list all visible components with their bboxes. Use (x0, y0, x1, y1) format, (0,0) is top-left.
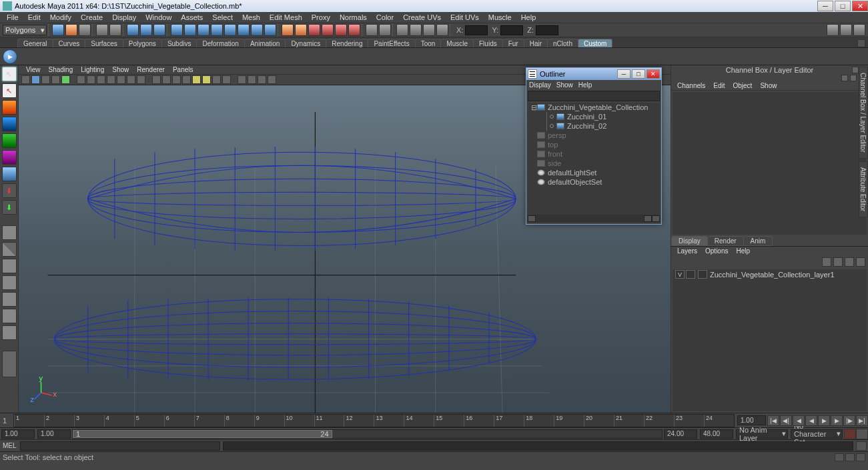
mask-joint-icon[interactable] (184, 24, 196, 36)
side-tab-channelbox[interactable]: Channel Box / Layer Editor (859, 67, 868, 159)
manip-tool-icon[interactable] (2, 167, 17, 181)
history-toggle-icon[interactable] (366, 24, 378, 36)
range-playback-start-input[interactable]: 1.00 (37, 429, 71, 439)
outliner-item[interactable]: ⊟Zucchini_Vegetable_Collection (528, 103, 660, 112)
mask-render-icon[interactable] (251, 24, 263, 36)
layout-persp-outliner-icon[interactable] (2, 259, 17, 273)
layer-display-type[interactable] (686, 270, 695, 279)
layer-new-icon[interactable] (822, 257, 831, 267)
minimize-button[interactable]: ─ (817, 1, 833, 11)
shelf-tab-general[interactable]: General (17, 39, 53, 47)
vp-image-plane-icon[interactable] (41, 75, 50, 84)
vp-shadows-icon[interactable] (192, 75, 201, 84)
layer-new-selected-icon[interactable] (833, 257, 843, 267)
anim-layer-dropdown[interactable]: No Anim Layer▾ (736, 429, 788, 439)
new-scene-icon[interactable] (52, 24, 64, 36)
menu-edit[interactable]: Edit (24, 13, 45, 22)
vp-shaded-icon[interactable] (162, 75, 171, 84)
shelf-tab-fur[interactable]: Fur (502, 39, 524, 47)
paint-select-tool-icon[interactable] (2, 100, 17, 115)
menu-assets[interactable]: Assets (177, 13, 207, 22)
range-start-input[interactable]: 1.00 (1, 429, 35, 439)
select-object-icon[interactable] (140, 24, 152, 36)
snap-curve-icon[interactable] (295, 24, 307, 36)
module-selector[interactable]: Polygons▾ (3, 25, 47, 35)
vp-grid-icon[interactable] (77, 75, 85, 84)
render-globals-icon[interactable] (436, 24, 448, 36)
menu-window[interactable]: Window (141, 13, 175, 22)
vp-menu-shading[interactable]: Shading (45, 66, 77, 73)
outliner-item[interactable]: Zucchini_01 (528, 112, 660, 121)
vp-high-quality-icon[interactable] (202, 75, 211, 84)
vp-select-cam-icon[interactable] (21, 75, 30, 84)
snap-live-icon[interactable] (335, 24, 347, 36)
outliner-item[interactable]: top (528, 140, 660, 149)
mask-curve-icon[interactable] (197, 24, 209, 36)
shelf-tab-toon[interactable]: Toon (415, 39, 442, 47)
help-icon-1[interactable] (835, 453, 844, 461)
layout-hyper-icon[interactable] (2, 292, 17, 307)
layout-icon-3[interactable] (853, 24, 865, 36)
outliner-item[interactable]: defaultObjectSet (528, 177, 660, 187)
side-tab-attribute[interactable]: Attribute Editor (859, 161, 868, 217)
menu-muscle[interactable]: Muscle (484, 13, 516, 22)
select-component-icon[interactable] (153, 24, 165, 36)
vp-menu-lighting[interactable]: Lighting (77, 66, 107, 73)
play-back-button[interactable]: ◀ (805, 415, 817, 426)
menu-mesh[interactable]: Mesh (238, 13, 264, 22)
open-scene-icon[interactable] (65, 24, 77, 36)
vp-depth-icon[interactable] (268, 75, 276, 84)
lasso-tool-icon[interactable]: ↖ (2, 83, 17, 98)
range-track[interactable]: 1 24 (72, 429, 663, 439)
step-back-button[interactable]: ◀ (793, 415, 805, 426)
layer-tab-anim[interactable]: Anim (743, 236, 773, 246)
mask-surface-icon[interactable] (211, 24, 223, 36)
outliner-item[interactable]: front (528, 149, 660, 159)
menu-create-uvs[interactable]: Create UVs (399, 13, 445, 22)
close-button[interactable]: ✕ (852, 1, 868, 11)
ipr-icon[interactable] (423, 24, 435, 36)
vp-2d-pan-icon[interactable] (51, 75, 60, 84)
cb-mode-icon-1[interactable] (841, 75, 848, 81)
shelf-tab-fluids[interactable]: Fluids (473, 39, 503, 47)
time-slider[interactable]: 1 12345678910111213141516171819202122232… (0, 413, 868, 427)
shelf-tab-dynamics[interactable]: Dynamics (285, 39, 326, 47)
cb-menu-object[interactable]: Object (730, 82, 756, 89)
vp-film-gate-icon[interactable] (87, 75, 95, 84)
outliner-item[interactable]: defaultLightSet (528, 168, 660, 177)
shelf-tab-rendering[interactable]: Rendering (326, 39, 368, 47)
scroll-right-icon[interactable] (644, 215, 652, 222)
outliner-menu-help[interactable]: Help (578, 81, 592, 89)
vp-xray-joint-icon[interactable] (222, 75, 231, 84)
vp-res-gate-icon[interactable] (97, 75, 105, 84)
layer-down-icon[interactable] (856, 257, 865, 267)
coord-y-input[interactable] (500, 25, 523, 35)
menu-create[interactable]: Create (77, 13, 107, 22)
autokey-button[interactable] (844, 429, 856, 439)
go-end-button[interactable]: ▶| (856, 415, 868, 426)
cb-menu-show[interactable]: Show (757, 82, 780, 89)
go-start-button[interactable]: |◀ (767, 415, 779, 426)
expand-icon[interactable]: ⊟ (530, 103, 537, 112)
move-tool-icon[interactable] (2, 117, 17, 131)
layer-tab-render[interactable]: Render (707, 236, 744, 246)
shelf-tab-polygons[interactable]: Polygons (123, 39, 162, 47)
layer-menu-help[interactable]: Help (733, 247, 753, 255)
shelf-play-icon[interactable]: ▶ (3, 49, 17, 64)
shelf-tab-ncloth[interactable]: nCloth (547, 39, 578, 47)
scroll-right2-icon[interactable] (652, 215, 660, 222)
prefs-button[interactable] (856, 429, 868, 439)
select-hierarchy-icon[interactable] (127, 24, 139, 36)
play-forward-button[interactable]: ▶ (818, 415, 830, 426)
vp-gate-mask-icon[interactable] (107, 75, 115, 84)
snap-grid-icon[interactable] (282, 24, 294, 36)
shelf-tab-subdivs[interactable]: Subdivs (161, 39, 197, 47)
vp-isolate-icon[interactable] (238, 75, 246, 84)
step-forward-button[interactable]: ▶ (831, 415, 843, 426)
menu-normals[interactable]: Normals (336, 13, 371, 22)
vp-grease-icon[interactable] (61, 75, 70, 84)
layer-visibility-toggle[interactable]: V (675, 270, 685, 279)
help-icon-2[interactable] (845, 453, 855, 461)
coord-z-input[interactable] (536, 25, 558, 35)
scale-tool-icon[interactable] (2, 150, 17, 165)
